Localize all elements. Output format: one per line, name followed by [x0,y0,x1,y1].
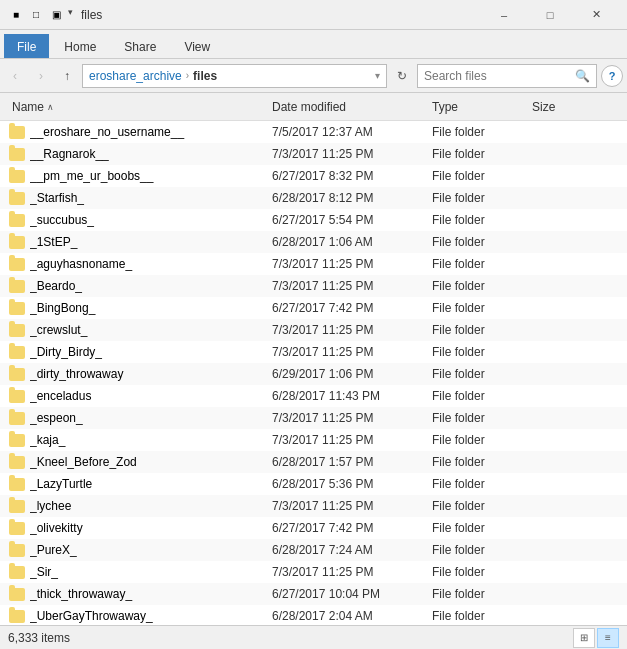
dropdown-arrow[interactable]: ▾ [68,7,73,23]
search-icon[interactable]: 🔍 [575,69,590,83]
folder-icon [8,365,26,383]
file-name: _PureX_ [30,543,272,557]
file-date: 6/28/2017 1:57 PM [272,455,432,469]
breadcrumb-separator: › [186,70,189,81]
file-name: _lychee [30,499,272,513]
col-header-name[interactable]: Name ∧ [8,98,268,116]
table-row[interactable]: _Sir_ 7/3/2017 11:25 PM File folder [0,561,627,583]
file-date: 6/27/2017 7:42 PM [272,521,432,535]
tab-home[interactable]: Home [51,34,109,58]
col-header-type[interactable]: Type [428,98,528,116]
file-type: File folder [432,191,532,205]
file-type: File folder [432,565,532,579]
folder-icon [8,497,26,515]
file-type: File folder [432,323,532,337]
file-type: File folder [432,279,532,293]
breadcrumb-dropdown[interactable]: ▾ [375,70,380,81]
file-type: File folder [432,411,532,425]
file-name: __pm_me_ur_boobs__ [30,169,272,183]
maximize-button[interactable]: □ [527,0,573,30]
file-type: File folder [432,609,532,623]
file-type: File folder [432,301,532,315]
table-row[interactable]: _BingBong_ 6/27/2017 7:42 PM File folder [0,297,627,319]
ribbon-tabs: File Home Share View [0,30,627,58]
table-row[interactable]: _1StEP_ 6/28/2017 1:06 AM File folder [0,231,627,253]
up-button[interactable]: ↑ [56,65,78,87]
file-name: _crewslut_ [30,323,272,337]
col-header-date[interactable]: Date modified [268,98,428,116]
main-layout: File Home Share View ‹ › ↑ eroshare_arch… [0,30,627,649]
table-row[interactable]: _olivekitty 6/27/2017 7:42 PM File folde… [0,517,627,539]
file-name: _Kneel_Before_Zod [30,455,272,469]
file-type: File folder [432,433,532,447]
table-row[interactable]: _PureX_ 6/28/2017 7:24 AM File folder [0,539,627,561]
folder-icon [8,277,26,295]
folder-icon [8,563,26,581]
file-type: File folder [432,521,532,535]
refresh-button[interactable]: ↻ [391,65,413,87]
file-name: __Ragnarok__ [30,147,272,161]
folder-icon [8,431,26,449]
forward-button[interactable]: › [30,65,52,87]
file-name: _succubus_ [30,213,272,227]
folder-icon [8,123,26,141]
minimize-button[interactable]: – [481,0,527,30]
tab-share[interactable]: Share [111,34,169,58]
file-list-container: __eroshare_no_username__ 7/5/2017 12:37 … [0,121,627,625]
tab-view[interactable]: View [171,34,223,58]
table-row[interactable]: _thick_throwaway_ 6/27/2017 10:04 PM Fil… [0,583,627,605]
table-row[interactable]: _UberGayThrowaway_ 6/28/2017 2:04 AM Fil… [0,605,627,625]
search-input[interactable] [424,69,571,83]
help-button[interactable]: ? [601,65,623,87]
file-list[interactable]: __eroshare_no_username__ 7/5/2017 12:37 … [0,121,627,625]
table-row[interactable]: _succubus_ 6/27/2017 5:54 PM File folder [0,209,627,231]
table-row[interactable]: _lychee 7/3/2017 11:25 PM File folder [0,495,627,517]
table-row[interactable]: __Ragnarok__ 7/3/2017 11:25 PM File fold… [0,143,627,165]
file-date: 6/27/2017 5:54 PM [272,213,432,227]
file-name: _UberGayThrowaway_ [30,609,272,623]
file-type: File folder [432,147,532,161]
table-row[interactable]: _Starfish_ 6/28/2017 8:12 PM File folder [0,187,627,209]
back-button[interactable]: ‹ [4,65,26,87]
undo-icon: □ [28,7,44,23]
ribbon: File Home Share View [0,30,627,59]
table-row[interactable]: _aguyhasnoname_ 7/3/2017 11:25 PM File f… [0,253,627,275]
file-type: File folder [432,345,532,359]
breadcrumb-item-archive[interactable]: eroshare_archive [89,69,182,83]
status-bar: 6,333 items ⊞ ≡ [0,625,627,649]
table-row[interactable]: _dirty_throwaway 6/29/2017 1:06 PM File … [0,363,627,385]
file-name: _kaja_ [30,433,272,447]
file-date: 6/28/2017 1:06 AM [272,235,432,249]
table-row[interactable]: _Beardo_ 7/3/2017 11:25 PM File folder [0,275,627,297]
list-view-button[interactable]: ≡ [597,628,619,648]
title-bar-icons: ■ □ ▣ ▾ [8,7,73,23]
file-date: 7/3/2017 11:25 PM [272,257,432,271]
file-date: 7/3/2017 11:25 PM [272,565,432,579]
table-row[interactable]: _LazyTurtle 6/28/2017 5:36 PM File folde… [0,473,627,495]
file-date: 6/28/2017 2:04 AM [272,609,432,623]
folder-icon [8,409,26,427]
grid-view-button[interactable]: ⊞ [573,628,595,648]
tab-file[interactable]: File [4,34,49,58]
file-name: _dirty_throwaway [30,367,272,381]
folder-icon [8,475,26,493]
table-row[interactable]: _Dirty_Birdy_ 7/3/2017 11:25 PM File fol… [0,341,627,363]
table-row[interactable]: __eroshare_no_username__ 7/5/2017 12:37 … [0,121,627,143]
col-header-size[interactable]: Size [528,98,588,116]
file-name: _BingBong_ [30,301,272,315]
item-count: 6,333 items [8,631,70,645]
folder-icon [8,453,26,471]
file-type: File folder [432,235,532,249]
table-row[interactable]: _kaja_ 7/3/2017 11:25 PM File folder [0,429,627,451]
breadcrumb-bar[interactable]: eroshare_archive › files ▾ [82,64,387,88]
folder-icon [8,541,26,559]
folder-icon [8,145,26,163]
table-row[interactable]: __pm_me_ur_boobs__ 6/27/2017 8:32 PM Fil… [0,165,627,187]
close-button[interactable]: ✕ [573,0,619,30]
table-row[interactable]: _crewslut_ 7/3/2017 11:25 PM File folder [0,319,627,341]
table-row[interactable]: _enceladus 6/28/2017 11:43 PM File folde… [0,385,627,407]
table-row[interactable]: _Kneel_Before_Zod 6/28/2017 1:57 PM File… [0,451,627,473]
file-date: 7/3/2017 11:25 PM [272,323,432,337]
table-row[interactable]: _espeon_ 7/3/2017 11:25 PM File folder [0,407,627,429]
file-date: 6/28/2017 5:36 PM [272,477,432,491]
